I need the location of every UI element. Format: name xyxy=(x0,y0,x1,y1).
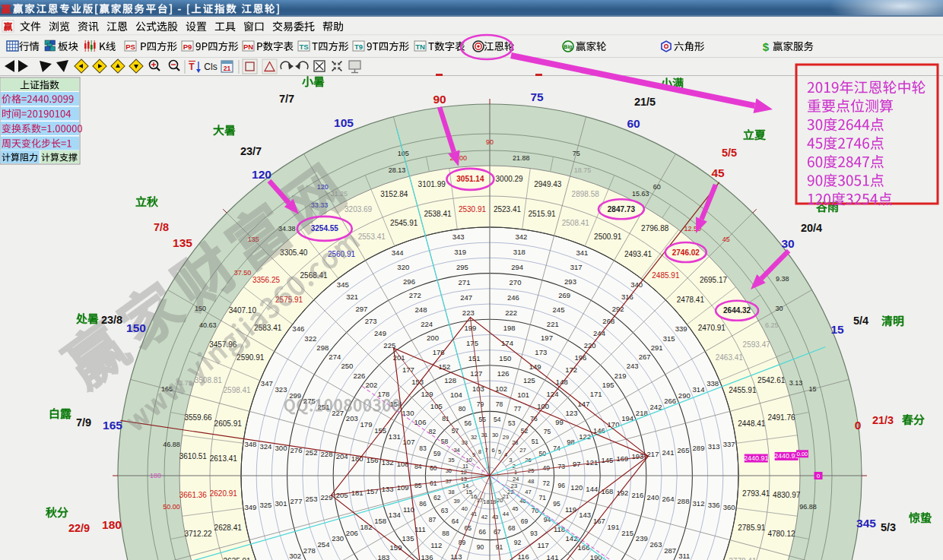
svg-text:3152.84: 3152.84 xyxy=(380,190,408,198)
svg-text:7/9: 7/9 xyxy=(76,416,91,429)
svg-text:143: 143 xyxy=(579,511,591,519)
svg-text:159: 159 xyxy=(390,543,402,552)
svg-text:267: 267 xyxy=(639,353,651,361)
svg-text:339: 339 xyxy=(675,324,687,333)
svg-text:90: 90 xyxy=(486,138,494,146)
svg-text:90: 90 xyxy=(433,93,446,106)
svg-text:2785.91: 2785.91 xyxy=(738,524,766,532)
svg-text:249: 249 xyxy=(374,329,386,337)
svg-text:150: 150 xyxy=(126,321,146,334)
svg-text:2590.91: 2590.91 xyxy=(237,353,265,362)
svg-text:21.88: 21.88 xyxy=(513,154,530,162)
svg-text:41: 41 xyxy=(471,511,477,517)
svg-text:68: 68 xyxy=(508,524,516,532)
svg-text:27: 27 xyxy=(519,447,525,454)
svg-text:301: 301 xyxy=(275,499,287,508)
svg-text:54: 54 xyxy=(494,416,501,423)
svg-text:29: 29 xyxy=(503,434,509,441)
svg-text:270: 270 xyxy=(510,278,522,286)
svg-text:30: 30 xyxy=(781,237,794,250)
svg-text:45: 45 xyxy=(512,505,518,512)
svg-text:3000.29: 3000.29 xyxy=(496,175,524,183)
svg-text:336: 336 xyxy=(708,501,720,509)
svg-text:22/9: 22/9 xyxy=(68,522,90,534)
svg-text:59: 59 xyxy=(433,450,441,457)
svg-text:PS: PS xyxy=(125,43,135,51)
svg-text:53: 53 xyxy=(508,419,516,427)
svg-text:32: 32 xyxy=(471,434,477,441)
svg-text:48: 48 xyxy=(528,478,534,485)
svg-text:56: 56 xyxy=(465,419,472,427)
svg-text:360: 360 xyxy=(723,503,735,511)
svg-text:266: 266 xyxy=(664,397,676,405)
svg-text:36: 36 xyxy=(446,467,452,474)
svg-text:2620.91: 2620.91 xyxy=(210,489,238,498)
svg-text:125: 125 xyxy=(523,376,535,384)
svg-text:46.88: 46.88 xyxy=(163,441,180,448)
svg-text:Big: Big xyxy=(564,44,572,50)
svg-text:177: 177 xyxy=(402,365,414,374)
svg-text:7/7: 7/7 xyxy=(279,93,294,105)
svg-text:311: 311 xyxy=(678,552,690,560)
svg-text:2448.41: 2448.41 xyxy=(738,419,766,428)
svg-text:65: 65 xyxy=(465,524,472,532)
svg-text:3254.55: 3254.55 xyxy=(311,224,339,233)
svg-text:60: 60 xyxy=(430,464,437,472)
svg-text:319: 319 xyxy=(454,248,466,256)
svg-text:100: 100 xyxy=(537,402,549,410)
svg-text:2635.91: 2635.91 xyxy=(224,557,252,560)
svg-text:24: 24 xyxy=(513,476,519,482)
svg-text:296: 296 xyxy=(403,277,415,286)
svg-text:35: 35 xyxy=(448,457,454,464)
svg-text:117: 117 xyxy=(538,541,549,549)
svg-text:2440.91: 2440.91 xyxy=(774,452,799,460)
svg-text:230: 230 xyxy=(332,534,344,543)
svg-text:2793.41: 2793.41 xyxy=(742,489,770,498)
svg-text:263: 263 xyxy=(650,540,662,549)
svg-text:197: 197 xyxy=(541,334,553,342)
svg-text:128: 128 xyxy=(444,376,456,384)
svg-text:250: 250 xyxy=(341,362,353,370)
svg-text:135: 135 xyxy=(173,236,192,249)
svg-text:170: 170 xyxy=(608,420,620,429)
svg-text:345: 345 xyxy=(337,280,349,289)
svg-text:206: 206 xyxy=(346,529,358,537)
svg-text:145: 145 xyxy=(601,456,613,464)
svg-text:134: 134 xyxy=(389,511,401,519)
svg-text:39: 39 xyxy=(453,498,459,505)
svg-text:321: 321 xyxy=(346,293,358,301)
svg-text:131: 131 xyxy=(389,432,401,441)
svg-text:60: 60 xyxy=(653,183,661,191)
svg-text:40.63: 40.63 xyxy=(199,321,217,329)
svg-text:126: 126 xyxy=(497,369,510,378)
svg-text:127: 127 xyxy=(470,369,482,378)
svg-text:2746.02: 2746.02 xyxy=(672,248,700,257)
svg-text:2463.41: 2463.41 xyxy=(716,353,744,362)
svg-text:45: 45 xyxy=(722,236,730,243)
svg-text:23/8: 23/8 xyxy=(101,314,122,326)
svg-text:202: 202 xyxy=(365,381,377,389)
svg-text:92: 92 xyxy=(514,539,522,546)
svg-text:344: 344 xyxy=(392,248,404,257)
svg-text:3.13: 3.13 xyxy=(789,379,803,387)
svg-text:205: 205 xyxy=(336,491,348,499)
svg-text:342: 342 xyxy=(515,233,527,241)
svg-text:287: 287 xyxy=(664,546,676,555)
svg-text:30: 30 xyxy=(492,432,498,438)
svg-text:2898.58: 2898.58 xyxy=(572,190,600,198)
svg-text:105: 105 xyxy=(334,116,354,129)
svg-text:5/3: 5/3 xyxy=(881,521,896,533)
svg-text:51: 51 xyxy=(532,438,539,445)
svg-text:120: 120 xyxy=(252,168,271,181)
svg-text:38: 38 xyxy=(448,489,454,495)
svg-text:113: 113 xyxy=(450,552,462,560)
svg-text:312: 312 xyxy=(693,499,705,508)
svg-text:TN: TN xyxy=(415,43,425,51)
svg-text:40: 40 xyxy=(462,505,468,512)
svg-text:2545.91: 2545.91 xyxy=(390,219,418,227)
svg-text:224: 224 xyxy=(421,320,433,328)
svg-text:269: 269 xyxy=(558,291,570,299)
svg-text:77: 77 xyxy=(514,405,522,413)
svg-text:248: 248 xyxy=(415,305,427,314)
svg-text:147: 147 xyxy=(578,400,590,408)
